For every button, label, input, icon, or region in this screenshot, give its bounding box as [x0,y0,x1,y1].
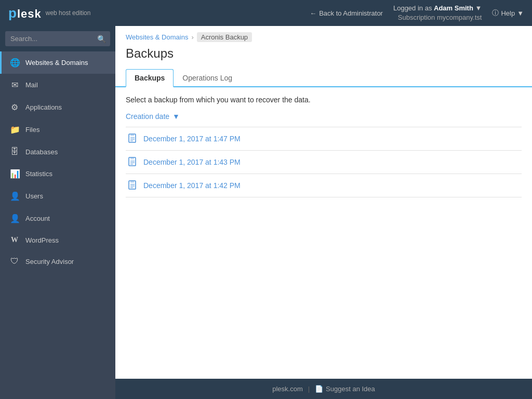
sort-arrow-icon: ▼ [172,112,180,121]
breadcrumb-sep-1: › [191,33,193,41]
main-layout: 🔍 🌐 Websites & Domains ✉ Mail ⚙ Applicat… [0,26,532,399]
sidebar-label-websites-domains: Websites & Domains [25,59,88,66]
backups-content: Select a backup from which you want to r… [115,87,532,206]
users-icon: 👤 [10,191,19,201]
suggest-label: Suggest an Idea [326,385,375,393]
suggest-icon: 📄 [315,385,323,393]
sidebar-item-users[interactable]: 👤 Users [0,185,115,207]
backup-link-1[interactable]: December 1, 2017 at 1:47 PM [143,135,241,143]
mail-icon: ✉ [10,80,19,90]
databases-icon: 🗄 [10,147,19,156]
tab-operations-log[interactable]: Operations Log [174,69,241,87]
content-inner: Websites & Domains › Acronis Backup Back… [115,26,532,379]
tabs: Backups Operations Log [115,69,532,87]
sidebar-item-files[interactable]: 📁 Files [0,118,115,141]
sidebar-label-users: Users [25,192,43,200]
subscription-value: mycompany.tst [437,14,482,21]
back-to-admin-button[interactable]: ← Back to Administrator [310,9,383,17]
back-arrow-icon: ← [310,9,316,17]
wordpress-icon: W [10,236,19,244]
header-right: ← Back to Administrator Logged in as Ada… [310,4,524,22]
account-icon: 👤 [10,214,19,223]
backup-item-1[interactable]: December 1, 2017 at 1:47 PM [126,127,522,151]
username[interactable]: Adam Smith [434,4,473,12]
sidebar-item-statistics[interactable]: 📊 Statistics [0,163,115,185]
backup-item-3[interactable]: December 1, 2017 at 1:42 PM [126,174,522,197]
content: Websites & Domains › Acronis Backup Back… [115,26,532,399]
sidebar-item-account[interactable]: 👤 Account [0,207,115,230]
sidebar-item-wordpress[interactable]: W WordPress [0,230,115,250]
select-backup-text: Select a backup from which you want to r… [126,96,522,104]
help-dropdown-icon: ▼ [517,9,524,17]
header: plesk web host edition ← Back to Adminis… [0,0,532,26]
breadcrumb-acronis-backup[interactable]: Acronis Backup [197,32,252,42]
sidebar-label-statistics: Statistics [25,170,52,178]
footer-site-link[interactable]: plesk.com [272,385,303,393]
sidebar-label-databases: Databases [25,148,58,156]
sidebar-item-security-advisor[interactable]: 🛡 Security Advisor [0,250,115,272]
svg-rect-1 [130,134,134,136]
user-info: Logged in as Adam Smith ▼ Subscription m… [393,4,482,22]
backup-list: December 1, 2017 at 1:47 PM [126,127,522,197]
dropdown-arrow-icon: ▼ [475,4,482,12]
help-label: Help [501,9,515,17]
sidebar-item-mail[interactable]: ✉ Mail [0,74,115,96]
sidebar-label-applications: Applications [25,103,62,111]
breadcrumb: Websites & Domains › Acronis Backup [115,26,532,46]
search-icon[interactable]: 🔍 [97,35,106,43]
help-circle-icon: ⓘ [492,8,499,18]
edition-text: web host edition [46,9,91,17]
sidebar-label-account: Account [25,215,50,222]
footer-divider: | [308,385,310,393]
logged-in-label: Logged in as Adam Smith ▼ [393,4,482,13]
subscription-row: Subscription mycompany.tst [393,13,482,22]
files-icon: 📁 [10,125,19,135]
sidebar-item-websites-domains[interactable]: 🌐 Websites & Domains [0,51,115,74]
backup-link-3[interactable]: December 1, 2017 at 1:42 PM [143,181,241,190]
help-button[interactable]: ⓘ Help ▼ [492,8,524,18]
svg-rect-11 [130,181,134,183]
backup-link-2[interactable]: December 1, 2017 at 1:43 PM [143,158,241,166]
sort-control[interactable]: Creation date ▼ [126,112,180,121]
tab-backups[interactable]: Backups [126,69,174,87]
sidebar-label-wordpress: WordPress [25,236,59,244]
back-to-admin-label: Back to Administrator [319,9,383,17]
plesk-logo: plesk [8,5,42,21]
sidebar-label-files: Files [25,126,39,134]
footer: plesk.com | 📄 Suggest an Idea [115,379,532,399]
search-input[interactable] [5,31,110,46]
sidebar-label-mail: Mail [25,81,38,89]
header-left: plesk web host edition [8,5,90,21]
backup-file-icon-3 [128,180,138,191]
search-wrapper: 🔍 [5,31,110,46]
backup-file-icon-2 [128,157,138,167]
backup-file-icon-1 [128,134,138,144]
svg-rect-6 [130,157,134,159]
sidebar-item-databases[interactable]: 🗄 Databases [0,141,115,163]
sort-label: Creation date [126,112,169,121]
sidebar: 🔍 🌐 Websites & Domains ✉ Mail ⚙ Applicat… [0,26,115,399]
search-box: 🔍 [0,26,115,51]
globe-icon: 🌐 [10,58,19,68]
page-title: Backups [115,46,532,69]
breadcrumb-websites-domains[interactable]: Websites & Domains [126,33,188,41]
sidebar-item-applications[interactable]: ⚙ Applications [0,96,115,118]
applications-icon: ⚙ [10,102,19,112]
backup-item-2[interactable]: December 1, 2017 at 1:43 PM [126,151,522,174]
statistics-icon: 📊 [10,169,19,179]
shield-icon: 🛡 [10,257,19,266]
sidebar-label-security-advisor: Security Advisor [25,258,74,265]
suggest-idea-link[interactable]: 📄 Suggest an Idea [315,385,375,393]
